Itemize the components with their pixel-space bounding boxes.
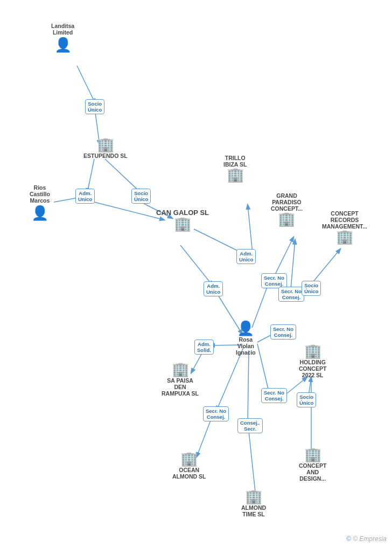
building-icon-conceptrecords: 🏢 [336, 230, 353, 244]
badge-secr-no-consej-5: Secr. NoConsej. [203, 406, 229, 421]
svg-line-3 [94, 202, 164, 220]
svg-line-7 [180, 245, 213, 286]
building-icon-oceanalmond: 🏢 [180, 452, 198, 466]
watermark: © © Empresia [346, 535, 387, 543]
person-icon-rosa: 👤 [237, 321, 254, 335]
node-ocean-almond: 🏢 OCEAN ALMOND SL [172, 452, 206, 480]
svg-line-14 [311, 249, 340, 284]
svg-line-22 [248, 350, 249, 423]
badge-adm-unico-2: Adm.Unico [204, 281, 223, 296]
node-rosa: 👤 Rosa Violan Ignacio [236, 321, 256, 356]
badge-secr-no-consej-4: Secr. NoConsej. [261, 388, 287, 403]
node-landitsa: Landitsa Limited 👤 [51, 22, 74, 52]
badge-secr-no-consej-1: Secr. NoConsej. [261, 273, 287, 288]
node-sa-paisa: 🏢 SA PAISA DEN RAMPUXA SL [162, 362, 199, 397]
svg-line-25 [216, 348, 243, 411]
node-estupendo: 🏢 ESTUPENDO SL [83, 137, 128, 159]
building-icon-almondtime: 🏢 [245, 489, 262, 503]
building-icon-grandparadiso: 🏢 [278, 212, 295, 226]
badge-secr-no-consej-2: Secr. NoConsej. [278, 287, 304, 302]
badge-adm-solid: Adm.Solid. [194, 340, 214, 355]
node-concept-design: 🏢 CONCEPT AND DESIGN... [299, 447, 326, 482]
badge-socio-unico-1: SocioÚnico [85, 99, 104, 114]
badge-adm-unico-3: Adm.Unico [236, 249, 256, 264]
svg-line-18 [257, 344, 269, 393]
badge-consej-secr: Consej..Secr. [237, 418, 263, 433]
node-holding: 🏢 HOLDING CONCEPT 2022 SL [299, 344, 326, 378]
badge-adm-unico-1: Adm.Unico [75, 189, 95, 204]
building-icon-holding: 🏢 [304, 344, 321, 358]
node-almond-time: 🏢 ALMOND TIME SL [241, 489, 266, 517]
node-can-galop: CAN GALOP SL 🏢 [156, 207, 209, 231]
svg-line-13 [291, 240, 295, 289]
svg-line-12 [275, 237, 293, 275]
node-trillo: TRILLO IBIZA SL 🏢 [223, 154, 247, 182]
node-grand-paradiso: GRAND PARADISO CONCEPT... 🏢 [271, 191, 303, 226]
badge-socio-unico-2: SocioÚnico [131, 189, 151, 204]
badge-socio-unico-3: SocioÚnico [302, 281, 321, 296]
badge-secr-no-consej-3: Secr. NoConsej. [270, 324, 296, 340]
svg-line-2 [87, 159, 94, 193]
svg-line-23 [249, 431, 256, 497]
svg-line-4 [105, 159, 141, 193]
building-icon-sapaisa: 🏢 [172, 362, 189, 376]
svg-line-0 [77, 66, 95, 103]
node-rios: Rios Castillo Marcos 👤 [30, 183, 50, 220]
person-icon-rios: 👤 [31, 206, 48, 220]
badge-socio-unico-4: SocioÚnico [297, 392, 316, 407]
person-icon-landitsa: 👤 [54, 38, 72, 52]
building-icon-cangalop: 🏢 [174, 217, 191, 231]
node-concept-records: CONCEPT RECORDS MANAGEMENT... 🏢 [322, 209, 367, 244]
building-icon-trillo: 🏢 [227, 168, 244, 182]
building-icon-estupendo: 🏢 [97, 137, 114, 151]
building-icon-conceptdesign: 🏢 [304, 447, 321, 461]
diagram: Landitsa Limited 👤 🏢 ESTUPENDO SL Rios C… [0, 0, 392, 547]
